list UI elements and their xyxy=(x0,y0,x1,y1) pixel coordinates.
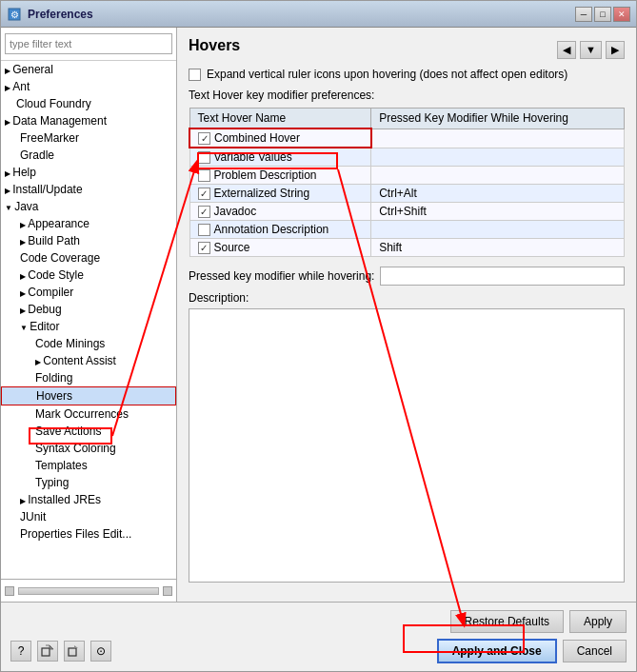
tree-item-general[interactable]: General xyxy=(1,61,176,78)
tree-item-hovers[interactable]: Hovers xyxy=(1,386,176,405)
table-row: Variable Values xyxy=(189,148,625,167)
minimize-button[interactable]: ─ xyxy=(575,7,592,22)
tree-area: General Ant Cloud Foundry Data Managemen… xyxy=(1,61,176,579)
bottom-left-icons: ? ⊙ xyxy=(10,641,431,662)
variable-values-label: Variable Values xyxy=(214,150,292,164)
tree-item-saveactions[interactable]: Save Actions xyxy=(1,423,176,440)
left-panel: General Ant Cloud Foundry Data Managemen… xyxy=(1,28,177,602)
javadoc-cell[interactable]: Javadoc xyxy=(189,203,371,221)
table-header-modifier: Pressed Key Modifier While Hovering xyxy=(371,109,625,129)
source-cell[interactable]: Source xyxy=(189,239,371,257)
tree-item-cloudfoundry[interactable]: Cloud Foundry xyxy=(1,95,176,112)
window-controls[interactable]: ─ □ ✕ xyxy=(575,7,630,22)
import-icon-button[interactable] xyxy=(64,641,85,662)
scroll-left-btn[interactable] xyxy=(5,586,14,596)
table-row: Problem Description xyxy=(189,167,625,185)
bottom-bar: Restore Defaults Apply ? ⊙ Apply and Clo… xyxy=(1,602,636,671)
svg-rect-3 xyxy=(69,648,76,656)
close-button[interactable]: ✕ xyxy=(613,7,630,22)
problem-desc-modifier xyxy=(371,167,625,185)
maximize-button[interactable]: □ xyxy=(594,7,611,22)
tree-item-templates[interactable]: Templates xyxy=(1,457,176,474)
tree-item-contentassist[interactable]: Content Assist xyxy=(1,352,176,369)
problem-desc-cell[interactable]: Problem Description xyxy=(189,167,371,185)
tree-item-java[interactable]: Java xyxy=(1,198,176,215)
problem-desc-label: Problem Description xyxy=(214,168,317,182)
table-row: Javadoc Ctrl+Shift xyxy=(189,203,625,221)
nav-dropdown-button[interactable]: ▼ xyxy=(580,41,602,59)
tree-item-ant[interactable]: Ant xyxy=(1,78,176,95)
tree-item-appearance[interactable]: Appearance xyxy=(1,215,176,232)
tree-item-typing[interactable]: Typing xyxy=(1,474,176,491)
externalized-modifier: Ctrl+Alt xyxy=(371,185,625,203)
nav-forward-button[interactable]: ▶ xyxy=(606,41,625,59)
table-row: Source Shift xyxy=(189,239,625,257)
tree-item-debug[interactable]: Debug xyxy=(1,301,176,318)
tree-item-compiler[interactable]: Compiler xyxy=(1,284,176,301)
settings-icon-button[interactable]: ⊙ xyxy=(90,641,111,662)
window-title: Preferences xyxy=(28,8,575,21)
tree-item-installupdate[interactable]: Install/Update xyxy=(1,181,176,198)
svg-rect-2 xyxy=(42,648,50,656)
tree-item-syntaxcoloring[interactable]: Syntax Coloring xyxy=(1,440,176,457)
modifier-field-input[interactable] xyxy=(380,267,625,286)
panel-title: Hovers xyxy=(189,37,240,54)
expand-ruler-checkbox[interactable] xyxy=(189,69,201,81)
tree-item-installedjres[interactable]: Installed JREs xyxy=(1,491,176,508)
combined-hover-label: Combined Hover xyxy=(214,131,300,145)
variable-values-cell[interactable]: Variable Values xyxy=(189,148,371,167)
horizontal-scrollbar[interactable] xyxy=(18,587,159,595)
filter-input[interactable] xyxy=(5,33,172,54)
help-icon-button[interactable]: ? xyxy=(10,641,31,662)
annotation-desc-label: Annotation Description xyxy=(214,223,329,236)
javadoc-label: Javadoc xyxy=(214,205,257,218)
tree-item-freemarker[interactable]: FreeMarker xyxy=(1,129,176,147)
export-icon-button[interactable] xyxy=(37,641,58,662)
variable-values-modifier xyxy=(371,148,625,167)
restore-defaults-button[interactable]: Restore Defaults xyxy=(450,610,564,633)
tree-item-markoccurrences[interactable]: Mark Occurrences xyxy=(1,405,176,423)
nav-buttons: ◀ ▼ ▶ xyxy=(557,41,625,59)
tree-item-codeminings[interactable]: Code Minings xyxy=(1,335,176,352)
externalized-cell[interactable]: Externalized String xyxy=(189,185,371,203)
annotation-desc-modifier xyxy=(371,221,625,239)
window-icon: ⚙ xyxy=(7,7,22,22)
source-checkbox[interactable] xyxy=(198,242,210,254)
combined-hover-modifier xyxy=(371,128,625,148)
variable-values-checkbox[interactable] xyxy=(198,151,210,164)
scroll-right-btn[interactable] xyxy=(163,586,172,596)
combined-hover-cell[interactable]: Combined Hover xyxy=(189,128,371,148)
filter-bar xyxy=(1,28,176,61)
tree-item-help[interactable]: Help xyxy=(1,164,176,181)
desc-label: Description: xyxy=(189,291,625,305)
annotation-desc-checkbox[interactable] xyxy=(198,224,210,236)
externalized-checkbox[interactable] xyxy=(198,188,210,200)
title-bar: ⚙ Preferences ─ □ ✕ xyxy=(1,1,636,28)
table-header-name: Text Hover Name xyxy=(189,109,371,129)
tree-item-folding[interactable]: Folding xyxy=(1,369,176,386)
tree-item-editor[interactable]: Editor xyxy=(1,318,176,335)
combined-hover-checkbox[interactable] xyxy=(198,132,210,145)
tree-item-codestyle[interactable]: Code Style xyxy=(1,267,176,284)
expand-ruler-checkbox-row: Expand vertical ruler icons upon hoverin… xyxy=(189,68,625,81)
button-row-2: ? ⊙ Apply and Close Cancel xyxy=(10,639,627,663)
svg-text:⚙: ⚙ xyxy=(10,10,19,20)
tree-item-propertiesfileseditor[interactable]: Properties Files Edit... xyxy=(1,525,176,543)
tree-item-codecoverage[interactable]: Code Coverage xyxy=(1,249,176,267)
tree-item-buildpath[interactable]: Build Path xyxy=(1,232,176,249)
javadoc-checkbox[interactable] xyxy=(198,206,210,218)
apply-and-close-button[interactable]: Apply and Close xyxy=(437,639,557,663)
tree-item-gradle[interactable]: Gradle xyxy=(1,147,176,164)
tree-item-junit[interactable]: JUnit xyxy=(1,508,176,525)
tree-item-datamanagement[interactable]: Data Management xyxy=(1,112,176,129)
javadoc-modifier: Ctrl+Shift xyxy=(371,203,625,221)
problem-desc-checkbox[interactable] xyxy=(198,169,210,182)
desc-area xyxy=(189,308,625,583)
externalized-label: Externalized String xyxy=(214,187,310,200)
apply-button[interactable]: Apply xyxy=(569,610,627,633)
annotation-desc-cell[interactable]: Annotation Description xyxy=(189,221,371,239)
modifier-field-label: Pressed key modifier while hovering: xyxy=(189,269,374,283)
nav-back-button[interactable]: ◀ xyxy=(557,41,576,59)
cancel-button[interactable]: Cancel xyxy=(563,640,627,662)
button-row-1: Restore Defaults Apply xyxy=(10,610,627,633)
